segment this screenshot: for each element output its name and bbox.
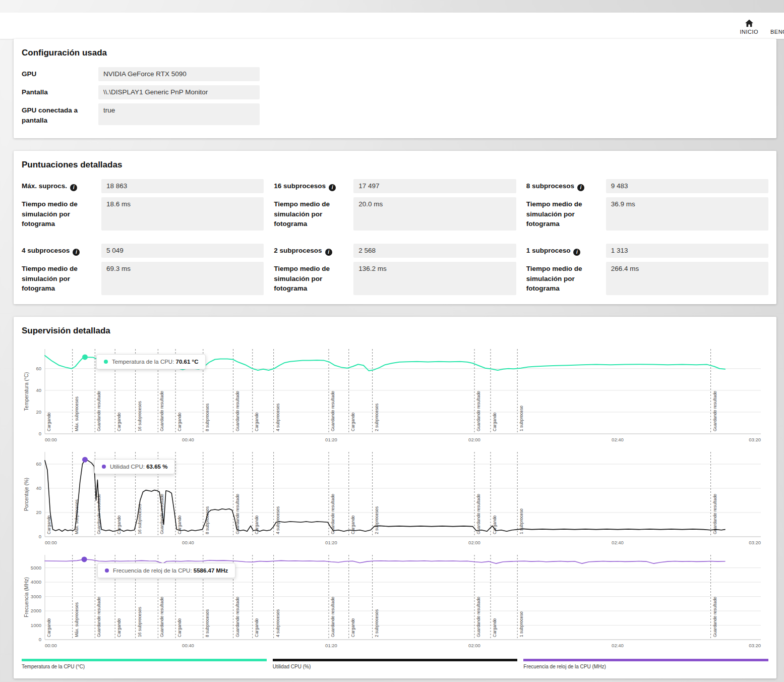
svg-text:Cargando: Cargando	[116, 618, 122, 638]
score-value: 1 313	[606, 244, 768, 258]
score-cell-max-threads: Máx. suprocs. 18 863 Tiempo medio de sim…	[22, 179, 264, 231]
svg-text:Guardando resultado: Guardando resultado	[159, 391, 164, 431]
time-value: 69.3 ms	[101, 262, 264, 295]
svg-text:Guardando resultado: Guardando resultado	[235, 597, 240, 637]
svg-text:Guardando resultado: Guardando resultado	[712, 597, 717, 637]
svg-text:20: 20	[36, 409, 41, 415]
svg-text:Temperatura (°C): Temperatura (°C)	[24, 372, 29, 411]
svg-text:01:20: 01:20	[325, 643, 337, 648]
svg-text:Cargando: Cargando	[46, 413, 51, 432]
time-label: Tiempo medio de simulación por fotograma	[274, 262, 353, 295]
svg-text:00:40: 00:40	[182, 437, 194, 442]
cpu-utilization-tooltip: Utilidad CPU: 63.65 %	[94, 459, 175, 474]
info-icon[interactable]	[329, 184, 336, 191]
svg-text:00:00: 00:00	[45, 643, 57, 648]
svg-text:Guardando resultado: Guardando resultado	[159, 597, 164, 637]
svg-text:2 subprocesos: 2 subprocesos	[374, 609, 379, 637]
svg-text:03:20: 03:20	[749, 643, 761, 648]
svg-text:Cargando: Cargando	[254, 516, 259, 535]
info-icon[interactable]	[573, 249, 580, 256]
score-label: 8 subprocesos	[526, 182, 574, 190]
cpu-frequency-chart-wrap[interactable]: 01000200030004000500000:0000:4001:2002:0…	[22, 551, 768, 651]
svg-text:1 subproceso: 1 subproceso	[519, 611, 524, 637]
svg-text:Cargando: Cargando	[177, 618, 182, 638]
home-icon	[745, 19, 754, 27]
score-label: 2 subprocesos	[274, 247, 322, 254]
config-value-gpu-connected: true	[98, 103, 260, 125]
legend-item-cpu-utilization: Utilidad CPU (%)	[273, 659, 518, 669]
score-cell-16-threads: 16 subprocesos 17 497 Tiempo medio de si…	[274, 179, 516, 231]
svg-text:1 subproceso: 1 subproceso	[519, 406, 524, 431]
svg-text:00:40: 00:40	[182, 643, 194, 648]
svg-text:4 subprocesos: 4 subprocesos	[275, 404, 280, 431]
svg-text:Cargando: Cargando	[116, 413, 122, 432]
svg-text:03:20: 03:20	[749, 437, 761, 442]
hover-marker-dot	[82, 355, 88, 360]
svg-text:Guardando resultado: Guardando resultado	[330, 391, 335, 431]
score-label: 1 subproceso	[526, 247, 571, 254]
score-cell-1-thread: 1 subproceso 1 313 Tiempo medio de simul…	[526, 244, 768, 295]
cpu-utilization-chart-wrap[interactable]: 020406000:0000:4001:2002:0002:4003:20Car…	[22, 448, 768, 548]
score-cell-2-threads: 2 subprocesos 2 568 Tiempo medio de simu…	[274, 244, 516, 295]
svg-text:Porcentaje (%): Porcentaje (%)	[24, 478, 29, 511]
config-value-display: \\.\DISPLAY1 Generic PnP Monitor	[98, 85, 260, 99]
nav-item-inicio[interactable]: INICIO	[728, 16, 770, 39]
svg-text:1000: 1000	[31, 622, 41, 628]
temperature-chart-wrap[interactable]: 020406000:0000:4001:2002:0002:4003:20Car…	[22, 345, 768, 445]
legend-color-bar-cpu-utilization	[273, 659, 518, 661]
svg-text:Cargando: Cargando	[254, 413, 259, 432]
svg-text:Guardando resultado: Guardando resultado	[330, 597, 335, 637]
monitoring-card: Supervisión detallada 020406000:0000:400…	[14, 317, 776, 678]
tooltip-series-dot	[105, 569, 109, 573]
scores-title: Puntuaciones detalladas	[22, 160, 768, 170]
svg-text:00:40: 00:40	[182, 540, 194, 545]
info-icon[interactable]	[325, 249, 332, 256]
score-value: 2 568	[353, 244, 516, 258]
info-icon[interactable]	[73, 249, 80, 256]
time-label: Tiempo medio de simulación por fotograma	[274, 197, 353, 231]
svg-text:40: 40	[36, 485, 41, 491]
svg-text:4000: 4000	[31, 579, 41, 585]
svg-text:02:00: 02:00	[468, 643, 480, 648]
svg-text:3000: 3000	[31, 594, 41, 599]
nav-label-inicio: INICIO	[740, 29, 758, 35]
svg-text:Guardando resultado: Guardando resultado	[476, 391, 481, 431]
svg-text:01:20: 01:20	[325, 437, 337, 442]
tooltip-text: Utilidad CPU: 63.65 %	[110, 464, 167, 470]
time-label: Tiempo medio de simulación por fotograma	[526, 262, 606, 295]
svg-text:16 subprocesos: 16 subprocesos	[137, 401, 142, 431]
svg-text:8 subprocesos: 8 subprocesos	[205, 609, 210, 637]
svg-text:Guardando resultado: Guardando resultado	[96, 494, 101, 534]
svg-text:4 subprocesos: 4 subprocesos	[275, 609, 280, 637]
svg-text:Cargando: Cargando	[177, 516, 182, 535]
svg-text:2000: 2000	[31, 608, 41, 613]
score-value: 17 497	[353, 179, 516, 193]
score-cell-8-threads: 8 subprocesos 9 483 Tiempo medio de simu…	[526, 179, 768, 231]
info-icon[interactable]	[70, 184, 77, 191]
legend-item-temperature: Temperatura de la CPU (°C)	[22, 659, 267, 669]
chart-legend: Temperatura de la CPU (°C) Utilidad CPU …	[22, 659, 768, 669]
scores-grid: Máx. suprocs. 18 863 Tiempo medio de sim…	[22, 179, 768, 295]
nav-item-benchmark[interactable]: BENCHMARK	[770, 26, 784, 39]
svg-text:Cargando: Cargando	[46, 618, 51, 638]
svg-text:16 subprocesos: 16 subprocesos	[137, 607, 142, 637]
top-nav: INICIO BENCHMARK	[0, 13, 784, 39]
monitoring-title: Supervisión detallada	[22, 326, 768, 336]
svg-text:0: 0	[39, 534, 41, 539]
svg-text:2 subprocesos: 2 subprocesos	[374, 404, 379, 431]
svg-text:Cargando: Cargando	[350, 618, 355, 638]
time-value: 18.6 ms	[101, 197, 264, 231]
svg-text:5000: 5000	[31, 565, 41, 571]
tooltip-series-dot	[104, 360, 108, 364]
svg-text:03:20: 03:20	[749, 540, 761, 545]
info-icon[interactable]	[577, 184, 584, 191]
results-page: Configuración usada GPU NVIDIA GeForce R…	[0, 39, 784, 682]
time-value: 36.9 ms	[606, 197, 768, 231]
time-value: 136.2 ms	[353, 262, 516, 295]
temperature-tooltip: Temperatura de la CPU: 70.61 °C	[96, 354, 206, 369]
svg-text:60: 60	[36, 461, 41, 467]
cpu-frequency-tooltip: Frecuencia de reloj de la CPU: 5586.47 M…	[97, 563, 235, 578]
svg-text:20: 20	[36, 509, 41, 515]
tooltip-text: Frecuencia de reloj de la CPU: 5586.47 M…	[113, 567, 228, 574]
svg-text:00:00: 00:00	[45, 540, 57, 545]
